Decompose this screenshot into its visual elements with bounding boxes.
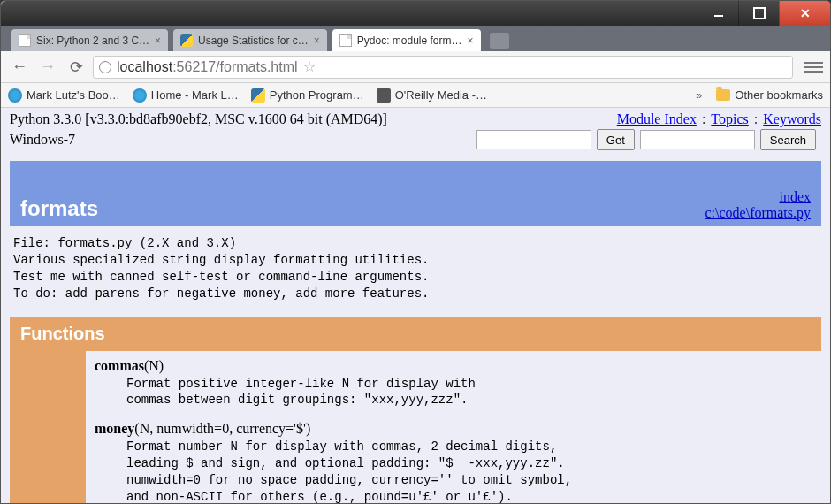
menu-button[interactable] — [804, 57, 823, 77]
get-button[interactable]: Get — [597, 129, 635, 150]
browser-toolbar: ← → ⟳ localhost:56217/formats.html ☆ — [1, 51, 830, 83]
index-link[interactable]: index — [705, 189, 811, 205]
tab-strip: Six: Python 2 and 3 C… × Usage Statistic… — [1, 26, 830, 51]
close-icon[interactable]: × — [155, 34, 161, 47]
ie-icon — [8, 88, 22, 103]
get-input[interactable] — [476, 130, 591, 149]
functions-section-header: Functions — [10, 317, 821, 351]
window-titlebar — [1, 1, 830, 26]
page-icon — [19, 34, 31, 47]
other-bookmarks-label: Other bookmarks — [735, 88, 823, 102]
bookmark-star-icon[interactable]: ☆ — [303, 58, 316, 75]
keywords-link[interactable]: Keywords — [763, 111, 821, 127]
folder-icon — [716, 89, 730, 101]
section-sidebar — [10, 351, 86, 504]
bookmark-item[interactable]: O'Reilly Media -… — [377, 88, 487, 103]
new-tab-button[interactable] — [490, 33, 509, 49]
globe-icon — [99, 61, 111, 73]
python-version-text: Python 3.3.0 [v3.3.0:bd8afb90ebf2, MSC v… — [10, 111, 617, 127]
other-bookmarks-folder[interactable]: Other bookmarks — [716, 88, 823, 102]
reload-button[interactable]: ⟳ — [65, 56, 88, 79]
bookmark-item[interactable]: Python Program… — [251, 88, 364, 103]
function-args: (N, numwidth=0, currency='$') — [134, 421, 310, 436]
python-icon — [251, 88, 265, 103]
function-name: commas — [95, 358, 144, 373]
bookmark-label: Mark Lutz's Boo… — [27, 88, 120, 102]
functions-title: Functions — [20, 324, 811, 344]
topics-link[interactable]: Topics — [711, 111, 748, 127]
function-args: (N) — [144, 358, 164, 373]
browser-tab[interactable]: Usage Statistics for c… × — [173, 29, 327, 51]
ie-icon — [133, 88, 147, 103]
bookmarks-bar: Mark Lutz's Boo… Home - Mark L… Python P… — [1, 83, 830, 108]
pydoc-nav-links: Module Index : Topics : Keywords — [617, 111, 821, 127]
bookmark-item[interactable]: Home - Mark L… — [133, 88, 239, 103]
tab-label: Usage Statistics for c… — [198, 34, 309, 47]
function-entry: money(N, numwidth=0, currency='$') Forma… — [95, 421, 812, 504]
module-name: formats — [20, 196, 811, 221]
back-button[interactable]: ← — [8, 56, 31, 79]
python-icon — [180, 34, 193, 47]
module-header: formats index c:\code\formats.py — [10, 161, 821, 226]
platform-text: Windows-7 — [10, 132, 476, 148]
site-icon — [377, 88, 391, 103]
bookmark-label: Home - Mark L… — [151, 88, 239, 102]
search-button[interactable]: Search — [760, 129, 816, 150]
bookmark-label: Python Program… — [270, 88, 364, 102]
window-close-button[interactable] — [779, 1, 830, 26]
function-entry: commas(N) Format positive integer-like N… — [95, 358, 812, 409]
tab-label: Pydoc: module form… — [357, 34, 462, 47]
page-content: Python 3.3.0 [v3.3.0:bd8afb90ebf2, MSC v… — [1, 108, 830, 504]
window-minimize-button[interactable] — [698, 1, 738, 26]
window-maximize-button[interactable] — [738, 1, 779, 26]
url-text: localhost:56217/formats.html — [117, 59, 298, 75]
chevron-right-icon[interactable]: » — [696, 88, 702, 102]
file-path-link[interactable]: c:\code\formats.py — [705, 205, 811, 221]
browser-tab[interactable]: Six: Python 2 and 3 C… × — [11, 29, 168, 51]
function-doc: Format positive integer-like N for displ… — [126, 376, 812, 409]
function-name: money — [95, 421, 134, 436]
page-icon — [339, 34, 352, 47]
functions-section: commas(N) Format positive integer-like N… — [10, 351, 821, 504]
close-icon[interactable]: × — [468, 34, 474, 47]
function-doc: Format number N for display with commas,… — [126, 439, 812, 504]
close-icon[interactable]: × — [314, 34, 320, 47]
tab-label: Six: Python 2 and 3 C… — [36, 34, 149, 47]
forward-button[interactable]: → — [36, 56, 59, 79]
module-index-link[interactable]: Module Index — [617, 111, 697, 127]
bookmark-item[interactable]: Mark Lutz's Boo… — [8, 88, 120, 103]
search-input[interactable] — [640, 130, 755, 149]
browser-tab-active[interactable]: Pydoc: module form… × — [332, 29, 481, 51]
module-docstring: File: formats.py (2.X and 3.X) Various s… — [10, 226, 821, 317]
address-bar[interactable]: localhost:56217/formats.html ☆ — [93, 56, 793, 79]
bookmark-label: O'Reilly Media -… — [395, 88, 487, 102]
